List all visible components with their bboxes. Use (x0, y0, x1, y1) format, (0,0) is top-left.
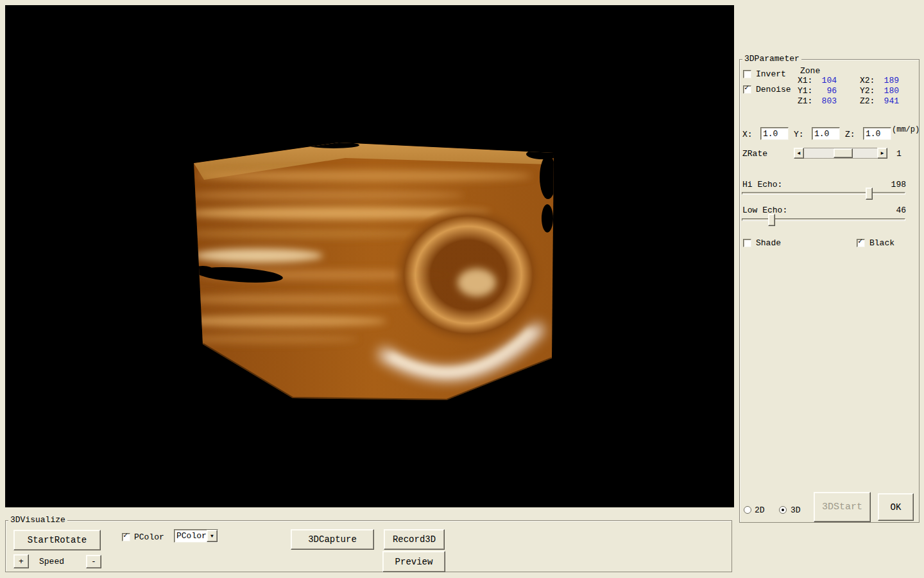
parameter-group-title: 3DParameter (742, 54, 801, 64)
zrate-scrollbar-track[interactable] (804, 148, 877, 159)
y-scale-input[interactable] (812, 127, 840, 140)
zrate-scrollbar-thumb[interactable] (834, 148, 853, 158)
arrow-left-icon: ◄ (798, 151, 801, 156)
ok-button[interactable]: OK (878, 493, 914, 521)
check-icon: ✓ (123, 531, 128, 540)
start3d-button[interactable]: 3DStart (814, 492, 871, 522)
parameter-groupbox: 3DParameter Invert ✓ Denoise Zone X1: 10… (739, 59, 920, 523)
black-label: Black (869, 238, 894, 248)
preview-button[interactable]: Preview (382, 551, 445, 572)
zone-label: Zone (800, 66, 820, 76)
start-rotate-button[interactable]: StartRotate (13, 530, 101, 550)
low-echo-value: 46 (880, 206, 906, 215)
denoise-checkbox[interactable]: ✓ (743, 85, 751, 94)
speed-label: Speed (39, 557, 64, 566)
low-echo-slider-track[interactable] (742, 218, 905, 221)
zrate-value: 1 (896, 149, 902, 159)
capture-3d-button[interactable]: 3DCapture (291, 529, 374, 550)
low-echo-label: Low Echo: (742, 206, 787, 215)
hi-echo-slider-track[interactable] (742, 192, 905, 195)
invert-checkbox[interactable] (743, 70, 751, 78)
render-viewport[interactable] (5, 5, 734, 507)
invert-label: Invert (756, 69, 786, 79)
z-scale-input[interactable] (863, 127, 891, 140)
z-scale-label: Z: (845, 130, 855, 139)
zone-z1-label: Z1: (798, 96, 812, 106)
mode-3d-radio[interactable] (779, 506, 787, 514)
visualize-groupbox: 3DVisualize StartRotate + Speed - ✓ PCol… (5, 520, 732, 572)
zone-z2-label: Z2: (860, 96, 875, 106)
speed-minus-button[interactable]: - (86, 555, 101, 568)
zone-x1-value: 104 (814, 76, 837, 85)
pcolor-checkbox[interactable]: ✓ (122, 533, 130, 541)
low-echo-slider-thumb[interactable] (768, 214, 775, 226)
zone-z1-value: 803 (814, 96, 837, 106)
y-scale-label: Y: (794, 130, 804, 139)
zone-x1-label: X1: (798, 76, 812, 85)
zone-y1-label: Y1: (798, 86, 812, 96)
record-3d-button[interactable]: Record3D (384, 529, 445, 550)
pcolor-select-value: PColor (175, 530, 207, 542)
zrate-scroll-left-button[interactable]: ◄ (794, 148, 804, 159)
hi-echo-value: 198 (880, 180, 906, 189)
radio-dot-icon (782, 509, 784, 511)
check-icon: ✓ (744, 83, 749, 92)
zrate-label: ZRate (742, 149, 767, 159)
denoise-label: Denoise (756, 85, 791, 94)
hi-echo-slider-thumb[interactable] (866, 188, 873, 200)
visualize-group-title: 3DVisualize (8, 515, 67, 525)
mode-2d-label: 2D (755, 505, 765, 515)
zone-y2-label: Y2: (860, 86, 875, 96)
ultrasound-volume-render (5, 5, 734, 507)
zrate-scroll-right-button[interactable]: ► (877, 148, 887, 159)
shade-label: Shade (756, 238, 781, 248)
black-checkbox[interactable]: ✓ (857, 239, 865, 247)
zone-y1-value: 96 (814, 86, 837, 96)
pcolor-dropdown-button[interactable]: ▼ (207, 530, 218, 542)
zone-z2-value: 941 (876, 96, 899, 106)
mode-3d-label: 3D (791, 505, 801, 515)
mode-2d-radio[interactable] (744, 506, 751, 514)
hi-echo-label: Hi Echo: (742, 180, 782, 189)
x-scale-input[interactable] (760, 127, 789, 140)
zone-x2-value: 189 (876, 76, 899, 85)
zone-x2-label: X2: (860, 76, 875, 85)
pcolor-select[interactable]: PColor ▼ (174, 529, 218, 543)
check-icon: ✓ (858, 237, 862, 246)
scale-unit-label: (mm/p) (892, 125, 920, 135)
arrow-right-icon: ► (881, 151, 884, 156)
speed-plus-button[interactable]: + (13, 554, 29, 568)
zrate-scrollbar[interactable]: ◄ ► (794, 148, 887, 159)
x-scale-label: X: (742, 130, 753, 139)
chevron-down-icon: ▼ (210, 534, 214, 539)
zone-y2-value: 180 (876, 86, 899, 96)
shade-checkbox[interactable] (743, 239, 751, 247)
pcolor-checkbox-label: PColor (134, 532, 164, 542)
